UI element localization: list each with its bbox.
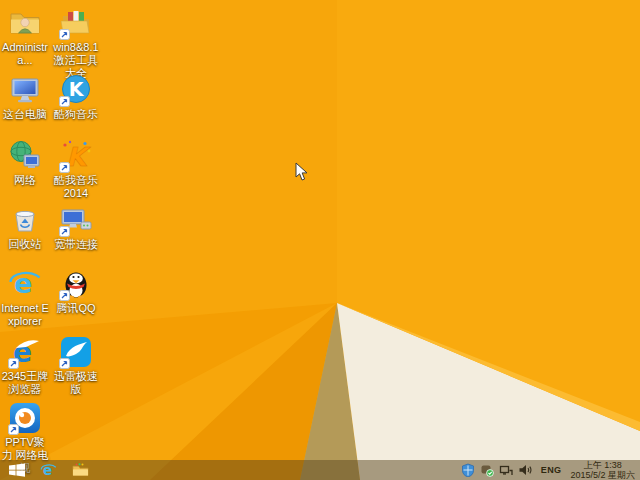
shortcut-arrow-icon [59,29,70,40]
desktop-icon-label: 酷我音乐2014 [52,174,100,200]
desktop-icon-xunlei-thunder[interactable]: 迅雷极速版 [52,335,100,396]
desktop-icon-label: 腾讯QQ [52,302,100,315]
desktop-icon-label: 这台电脑 [1,108,49,121]
shortcut-arrow-icon [8,424,19,435]
this-pc-icon [8,73,42,107]
desktop-icon-tencent-qq[interactable]: 腾讯QQ [52,267,100,315]
shortcut-arrow-icon [59,290,70,301]
taskbar-file-explorer-button[interactable] [72,460,89,480]
shortcut-arrow-icon [59,96,70,107]
volume-tray-icon[interactable] [518,463,532,477]
clock-time: 上午 1:38 [570,460,635,470]
network-icon [8,139,42,173]
desktop-icon-label: 回收站 [1,238,49,251]
shortcut-arrow-icon [59,162,70,173]
desktop-icon-kuwo-music[interactable]: K 酷我音乐2014 [52,139,100,200]
shortcut-arrow-icon [8,358,19,369]
taskbar-ie-button[interactable]: e [40,460,57,480]
kugou-music-icon: K [59,73,93,107]
system-tray: ENG 上午 1:38 2015/5/2 星期六 [461,460,640,480]
security-shield-tray-icon[interactable] [461,463,475,477]
start-button[interactable] [9,460,25,480]
user-folder-icon [8,6,42,40]
mouse-cursor [295,162,308,182]
pptv-icon [8,401,42,435]
desktop-icon-win8-activation-tools[interactable]: win8&8.1激活工具大全 [52,6,100,80]
svg-text:K: K [69,78,85,100]
update-check-tray-icon[interactable] [480,463,494,477]
desktop-icon-label: 迅雷极速版 [52,370,100,396]
ie-taskbar-icon: e [40,462,57,479]
internet-explorer-icon: e [8,267,42,301]
taskbar-left: e [0,460,89,480]
network-tray-icon[interactable] [499,463,513,477]
folder-icon [72,463,89,477]
desktop-icon-label: 2345王牌浏览器 [1,370,49,396]
taskbar: e [0,460,640,480]
broadband-connection-icon [59,203,93,237]
desktop-icon-internet-explorer[interactable]: e Internet Explorer [1,267,49,328]
language-indicator[interactable]: ENG [537,465,566,475]
desktop-icon-label: 宽带连接 [52,238,100,251]
desktop-icon-broadband-connection[interactable]: 宽带连接 [52,203,100,251]
desktop-icon-administrator-folder[interactable]: Administra... [1,6,49,67]
recycle-bin-icon [8,203,42,237]
tencent-qq-icon [59,267,93,301]
desktop-icon-label: Internet Explorer [1,302,49,328]
desktop-icon-network[interactable]: 网络 [1,139,49,187]
taskbar-clock[interactable]: 上午 1:38 2015/5/2 星期六 [570,460,635,480]
desktop-icon-label: 酷狗音乐 [52,108,100,121]
clock-date: 2015/5/2 星期六 [570,470,635,480]
desktop-icon-kugou-music[interactable]: K 酷狗音乐 [52,73,100,121]
tools-folder-icon [59,6,93,40]
windows-logo-icon [9,463,25,477]
desktop-icon-this-pc[interactable]: 这台电脑 [1,73,49,121]
desktop-icon-recycle-bin[interactable]: 回收站 [1,203,49,251]
desktop-icon-label: 网络 [1,174,49,187]
shortcut-arrow-icon [59,226,70,237]
2345-browser-icon: e [8,335,42,369]
desktop-icon-label: Administra... [1,41,49,67]
xunlei-thunder-icon [59,335,93,369]
kuwo-music-icon: K [59,139,93,173]
desktop-icon-2345-browser[interactable]: e 2345王牌浏览器 [1,335,49,396]
shortcut-arrow-icon [59,358,70,369]
